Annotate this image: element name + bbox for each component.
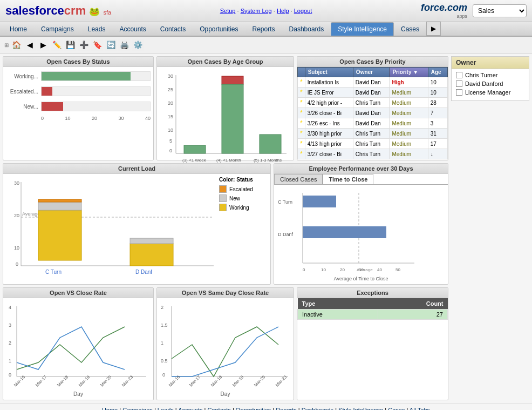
subject-cell: Installation Is (305, 77, 353, 88)
nav-bar: Home Campaigns Leads Accounts Contacts O… (0, 22, 532, 37)
age-cell: 3 (428, 118, 447, 129)
svg-text:3: 3 (9, 322, 11, 328)
col-star (298, 68, 305, 77)
legend-new-label: New (229, 196, 240, 201)
svg-text:30: 30 (168, 73, 173, 79)
forward-tool-button[interactable]: ▶ (37, 39, 49, 51)
exceptions-body: Type Count Inactive 27 (297, 298, 448, 320)
legend-working-label: Working (229, 205, 249, 211)
footer-opportunities-link[interactable]: Opportunities (236, 407, 271, 410)
nav-more-button[interactable]: ▶ (426, 22, 441, 36)
tab-home[interactable]: Home (3, 22, 34, 36)
footer-dashboards-link[interactable]: Dashboards (302, 407, 333, 410)
priority-cell: Medium (390, 149, 428, 159)
tab-accounts[interactable]: Accounts (112, 22, 153, 36)
tab-reports[interactable]: Reports (245, 22, 282, 36)
add-tool-button[interactable]: ➕ (78, 39, 90, 51)
app-selector[interactable]: Sales Marketing Support (473, 4, 527, 17)
svg-text:0.5: 0.5 (161, 358, 168, 364)
owner-cell: David Dan (353, 118, 390, 129)
bar-label-working: Working... (6, 73, 41, 79)
footer-leads-link[interactable]: Leads (158, 407, 174, 410)
tab-campaigns[interactable]: Campaigns (34, 22, 81, 36)
save-tool-button[interactable]: 💾 (64, 39, 76, 51)
owner-cell: David Dan (353, 108, 390, 118)
tab-contacts[interactable]: Contacts (153, 22, 193, 36)
owner-checkbox-chris[interactable] (456, 72, 462, 78)
main-content: Open Cases By Status Working... Escalate… (0, 53, 532, 403)
exc-col-count: Count (378, 298, 447, 310)
logout-link[interactable]: Logout (294, 8, 312, 14)
footer-cases-link[interactable]: Cases (388, 407, 405, 410)
svg-text:15: 15 (168, 114, 173, 119)
footer-campaigns-link[interactable]: Campaigns (122, 407, 153, 410)
star-cell: * (298, 129, 305, 139)
priority-cell: High (390, 77, 428, 88)
table-row: * 3/26 close - Bi David Dan Medium 7 (298, 108, 448, 118)
exc-col-type: Type (298, 298, 378, 310)
open-cases-priority-panel: Open Cases By Priority Subject Owner Pri… (297, 56, 448, 160)
emp-x-label: Average of Time to Close (277, 276, 445, 281)
star-cell: * (298, 108, 305, 118)
edit-tool-button[interactable]: ✏️ (51, 39, 63, 51)
print-tool-button[interactable]: 🖨️ (118, 39, 130, 51)
open-cases-priority-title: Open Cases By Priority (297, 57, 448, 67)
svg-text:D Danf: D Danf (135, 269, 152, 275)
home-tool-button[interactable]: 🏠 (10, 39, 22, 51)
owner-checkbox-david[interactable] (456, 80, 462, 87)
svg-rect-28 (130, 244, 173, 266)
owner-cell: Chris Turn (353, 98, 390, 108)
tab-time-to-close[interactable]: Time to Close (323, 174, 373, 184)
tab-opportunities[interactable]: Opportunities (193, 22, 245, 36)
open-vs-same-day-title: Open VS Same Day Close Rate (157, 288, 294, 298)
left-panel: Open Cases By Status Working... Escalate… (3, 56, 448, 400)
open-vs-close-x-label: Day (6, 391, 151, 397)
svg-text:10: 10 (321, 267, 326, 272)
svg-text:0: 0 (303, 267, 305, 272)
star-cell: * (298, 118, 305, 129)
tab-leads[interactable]: Leads (81, 22, 113, 36)
open-vs-close-panel: Open VS Close Rate 4 3 2 1 0 (3, 287, 154, 400)
tab-cases[interactable]: Cases (394, 22, 426, 36)
refresh-tool-button[interactable]: 🔄 (105, 39, 117, 51)
system-log-link[interactable]: System Log (241, 8, 272, 14)
footer-reports-link[interactable]: Reports (276, 407, 297, 410)
help-link[interactable]: Help (277, 8, 289, 14)
age-cell: 7 (428, 108, 447, 118)
owner-cell: David Dan (353, 77, 390, 88)
age-cell: 17 (428, 139, 447, 149)
owner-checkbox-license[interactable] (456, 89, 462, 96)
svg-rect-10 (222, 76, 243, 84)
footer-contacts-link[interactable]: Contacts (207, 407, 230, 410)
bookmark-tool-button[interactable]: 🔖 (91, 39, 103, 51)
star-cell: * (298, 139, 305, 149)
footer-home-link[interactable]: Home (102, 407, 118, 410)
svg-rect-29 (130, 238, 173, 244)
svg-text:20: 20 (14, 213, 19, 218)
priority-cell: Medium (390, 129, 428, 139)
customize-tool-button[interactable]: ⚙️ (132, 39, 144, 51)
setup-link[interactable]: Setup (220, 8, 236, 14)
owner-cell: Chris Turn (353, 139, 390, 149)
footer-accounts-link[interactable]: Accounts (178, 407, 202, 410)
svg-text:20: 20 (168, 100, 173, 106)
exc-row-inactive: Inactive 27 (298, 310, 448, 320)
tab-style-intelligence[interactable]: Style Intelligence (331, 22, 394, 36)
svg-rect-11 (222, 84, 243, 153)
tab-closed-cases[interactable]: Closed Cases (274, 174, 323, 184)
legend-new: New (219, 194, 268, 202)
priority-table: Subject Owner Priority ▼ Age * Installat… (297, 67, 448, 159)
exc-type-cell: Inactive (298, 310, 378, 320)
table-row: * 3/27 close - Bi Chris Turn Medium ↓ (298, 149, 448, 159)
svg-rect-12 (260, 135, 281, 153)
emp-chart-body: C Turn D Danf Average 0 (274, 185, 448, 284)
svg-text:0: 0 (162, 372, 165, 378)
footer-all-tabs-link[interactable]: All Tabs (410, 407, 430, 410)
svg-text:2: 2 (9, 340, 11, 346)
back-tool-button[interactable]: ◀ (24, 39, 36, 51)
top-links: Setup · System Log · Help · Logout (220, 8, 312, 14)
tab-dashboards[interactable]: Dashboards (282, 22, 331, 36)
footer-style-intelligence-link[interactable]: Style Intelligence (338, 407, 383, 410)
load-chart-svg: 30 20 10 0 Average (6, 177, 216, 277)
escalated-color-swatch (219, 185, 227, 193)
